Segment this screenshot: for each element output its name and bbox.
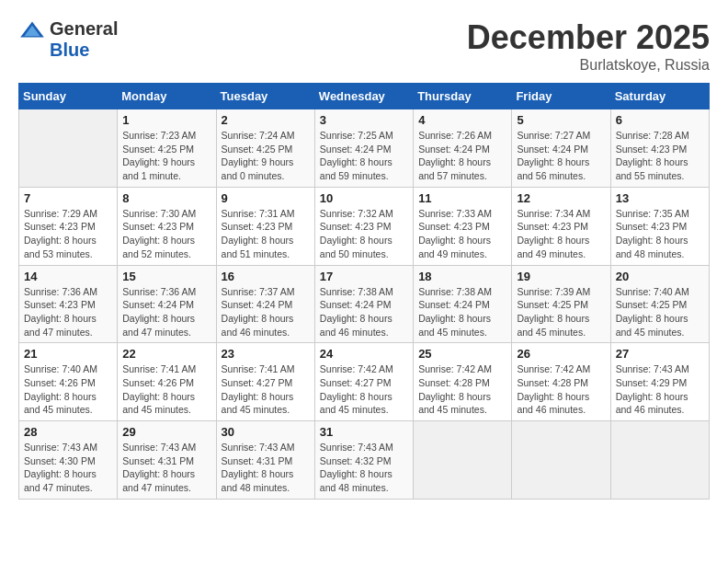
day-number: 28	[24, 425, 112, 439]
calendar-cell: 12Sunrise: 7:34 AM Sunset: 4:23 PM Dayli…	[512, 187, 610, 265]
day-number: 2	[222, 113, 310, 127]
day-number: 18	[418, 270, 506, 283]
calendar-table: SundayMondayTuesdayWednesdayThursdayFrid…	[18, 83, 710, 500]
day-number: 31	[320, 425, 408, 439]
day-info: Sunrise: 7:42 AM Sunset: 4:28 PM Dayligh…	[517, 362, 605, 417]
calendar-cell	[512, 421, 610, 500]
calendar-cell: 27Sunrise: 7:43 AM Sunset: 4:29 PM Dayli…	[610, 343, 709, 421]
day-info: Sunrise: 7:40 AM Sunset: 4:25 PM Dayligh…	[616, 285, 704, 339]
calendar-cell: 26Sunrise: 7:42 AM Sunset: 4:28 PM Dayli…	[512, 343, 610, 421]
day-info: Sunrise: 7:31 AM Sunset: 4:23 PM Dayligh…	[222, 207, 310, 261]
calendar-cell: 29Sunrise: 7:43 AM Sunset: 4:31 PM Dayli…	[118, 421, 216, 500]
day-number: 4	[418, 113, 506, 127]
day-number: 3	[320, 113, 408, 127]
calendar-cell	[414, 421, 512, 500]
day-info: Sunrise: 7:32 AM Sunset: 4:23 PM Dayligh…	[320, 207, 408, 261]
day-info: Sunrise: 7:35 AM Sunset: 4:23 PM Dayligh…	[616, 207, 704, 261]
day-info: Sunrise: 7:38 AM Sunset: 4:24 PM Dayligh…	[418, 285, 506, 339]
day-info: Sunrise: 7:42 AM Sunset: 4:28 PM Dayligh…	[418, 362, 506, 417]
calendar-cell: 24Sunrise: 7:42 AM Sunset: 4:27 PM Dayli…	[314, 343, 413, 421]
weekday-friday: Friday	[512, 84, 610, 109]
day-info: Sunrise: 7:27 AM Sunset: 4:24 PM Dayligh…	[517, 129, 605, 183]
location: Burlatskoye, Russia	[467, 57, 710, 74]
day-info: Sunrise: 7:33 AM Sunset: 4:23 PM Dayligh…	[418, 207, 506, 261]
day-number: 26	[517, 347, 605, 361]
day-number: 17	[320, 270, 408, 283]
day-number: 6	[616, 113, 704, 127]
calendar-cell	[610, 421, 709, 500]
month-title: December 2025	[467, 18, 710, 57]
calendar-week-4: 21Sunrise: 7:40 AM Sunset: 4:26 PM Dayli…	[19, 343, 710, 421]
weekday-monday: Monday	[118, 84, 216, 109]
calendar-cell: 17Sunrise: 7:38 AM Sunset: 4:24 PM Dayli…	[314, 265, 413, 343]
calendar-cell: 18Sunrise: 7:38 AM Sunset: 4:24 PM Dayli…	[414, 265, 512, 343]
day-number: 21	[24, 347, 112, 361]
calendar-cell: 16Sunrise: 7:37 AM Sunset: 4:24 PM Dayli…	[216, 265, 314, 343]
calendar-cell: 28Sunrise: 7:43 AM Sunset: 4:30 PM Dayli…	[19, 421, 118, 500]
calendar-week-5: 28Sunrise: 7:43 AM Sunset: 4:30 PM Dayli…	[19, 421, 710, 500]
calendar-cell: 3Sunrise: 7:25 AM Sunset: 4:24 PM Daylig…	[314, 109, 413, 188]
weekday-header-row: SundayMondayTuesdayWednesdayThursdayFrid…	[19, 84, 710, 109]
day-info: Sunrise: 7:25 AM Sunset: 4:24 PM Dayligh…	[320, 129, 408, 183]
calendar-cell: 31Sunrise: 7:43 AM Sunset: 4:32 PM Dayli…	[314, 421, 413, 500]
weekday-thursday: Thursday	[414, 84, 512, 109]
calendar-cell: 15Sunrise: 7:36 AM Sunset: 4:24 PM Dayli…	[118, 265, 216, 343]
day-number: 15	[122, 270, 210, 283]
day-number: 25	[418, 347, 506, 361]
calendar-cell: 7Sunrise: 7:29 AM Sunset: 4:23 PM Daylig…	[19, 187, 118, 265]
calendar-cell: 21Sunrise: 7:40 AM Sunset: 4:26 PM Dayli…	[19, 343, 118, 421]
weekday-sunday: Sunday	[19, 84, 118, 109]
day-number: 24	[320, 347, 408, 361]
day-info: Sunrise: 7:41 AM Sunset: 4:27 PM Dayligh…	[222, 362, 310, 417]
day-info: Sunrise: 7:24 AM Sunset: 4:25 PM Dayligh…	[222, 129, 310, 183]
day-info: Sunrise: 7:29 AM Sunset: 4:23 PM Dayligh…	[24, 207, 112, 261]
day-number: 11	[418, 191, 506, 205]
calendar-cell: 22Sunrise: 7:41 AM Sunset: 4:26 PM Dayli…	[118, 343, 216, 421]
day-number: 13	[616, 191, 704, 205]
day-number: 23	[222, 347, 310, 361]
weekday-wednesday: Wednesday	[314, 84, 413, 109]
day-number: 14	[24, 270, 112, 283]
logo: General Blue	[18, 18, 118, 61]
day-number: 22	[122, 347, 210, 361]
day-number: 5	[517, 113, 605, 127]
calendar-cell: 5Sunrise: 7:27 AM Sunset: 4:24 PM Daylig…	[512, 109, 610, 188]
calendar-cell: 1Sunrise: 7:23 AM Sunset: 4:25 PM Daylig…	[118, 109, 216, 188]
day-info: Sunrise: 7:40 AM Sunset: 4:26 PM Dayligh…	[24, 362, 112, 417]
day-info: Sunrise: 7:41 AM Sunset: 4:26 PM Dayligh…	[122, 362, 210, 417]
day-number: 1	[122, 113, 210, 127]
day-number: 9	[222, 191, 310, 205]
day-info: Sunrise: 7:36 AM Sunset: 4:24 PM Dayligh…	[122, 285, 210, 339]
day-info: Sunrise: 7:34 AM Sunset: 4:23 PM Dayligh…	[517, 207, 605, 261]
day-info: Sunrise: 7:23 AM Sunset: 4:25 PM Dayligh…	[122, 129, 210, 183]
calendar-cell: 14Sunrise: 7:36 AM Sunset: 4:23 PM Dayli…	[19, 265, 118, 343]
logo-icon	[18, 20, 46, 39]
day-number: 30	[222, 425, 310, 439]
logo-blue: Blue	[50, 40, 89, 61]
day-number: 19	[517, 270, 605, 283]
calendar-cell: 2Sunrise: 7:24 AM Sunset: 4:25 PM Daylig…	[216, 109, 314, 188]
day-info: Sunrise: 7:43 AM Sunset: 4:30 PM Dayligh…	[24, 441, 112, 495]
day-number: 7	[24, 191, 112, 205]
calendar-week-1: 1Sunrise: 7:23 AM Sunset: 4:25 PM Daylig…	[19, 109, 710, 188]
calendar-cell: 4Sunrise: 7:26 AM Sunset: 4:24 PM Daylig…	[414, 109, 512, 188]
day-info: Sunrise: 7:38 AM Sunset: 4:24 PM Dayligh…	[320, 285, 408, 339]
page-header: General Blue December 2025 Burlatskoye, …	[18, 18, 710, 74]
day-info: Sunrise: 7:36 AM Sunset: 4:23 PM Dayligh…	[24, 285, 112, 339]
calendar-cell: 25Sunrise: 7:42 AM Sunset: 4:28 PM Dayli…	[414, 343, 512, 421]
day-info: Sunrise: 7:39 AM Sunset: 4:25 PM Dayligh…	[517, 285, 605, 339]
calendar-cell	[19, 109, 118, 188]
weekday-tuesday: Tuesday	[216, 84, 314, 109]
calendar-body: 1Sunrise: 7:23 AM Sunset: 4:25 PM Daylig…	[19, 109, 710, 500]
day-info: Sunrise: 7:43 AM Sunset: 4:31 PM Dayligh…	[122, 441, 210, 495]
calendar-cell: 10Sunrise: 7:32 AM Sunset: 4:23 PM Dayli…	[314, 187, 413, 265]
weekday-saturday: Saturday	[610, 84, 709, 109]
day-info: Sunrise: 7:43 AM Sunset: 4:32 PM Dayligh…	[320, 441, 408, 495]
day-number: 8	[122, 191, 210, 205]
day-number: 16	[222, 270, 310, 283]
day-info: Sunrise: 7:42 AM Sunset: 4:27 PM Dayligh…	[320, 362, 408, 417]
day-info: Sunrise: 7:28 AM Sunset: 4:23 PM Dayligh…	[616, 129, 704, 183]
day-number: 20	[616, 270, 704, 283]
calendar-cell: 11Sunrise: 7:33 AM Sunset: 4:23 PM Dayli…	[414, 187, 512, 265]
calendar-cell: 19Sunrise: 7:39 AM Sunset: 4:25 PM Dayli…	[512, 265, 610, 343]
